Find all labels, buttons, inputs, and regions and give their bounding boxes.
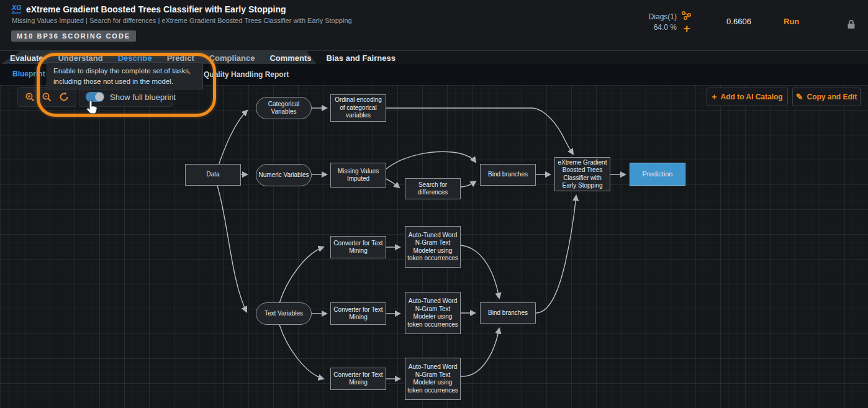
plus-icon: + — [712, 93, 717, 101]
tooltip-caret — [119, 89, 129, 93]
node-ordinal-encoding[interactable]: Ordinal encoding of categorical variable… — [330, 94, 386, 122]
node-converter-text-mining-2[interactable]: Converter for Text Mining — [330, 302, 386, 325]
zoom-out-icon[interactable] — [42, 92, 52, 102]
model-subtitle: Missing Values Imputed | Search for diff… — [12, 17, 352, 24]
lock-icon[interactable] — [847, 19, 856, 29]
show-full-blueprint-toggle[interactable] — [86, 92, 104, 102]
tooltip-text: Enable to display the complete set of ta… — [53, 67, 191, 85]
tab-evaluate[interactable]: Evaluate — [10, 53, 43, 63]
node-converter-text-mining-1[interactable]: Converter for Text Mining — [330, 236, 386, 258]
node-missing-values-imputed[interactable]: Missing Values Imputed — [330, 163, 386, 188]
tab-describe[interactable]: Describe — [118, 53, 152, 63]
node-search-for-differences[interactable]: Search for differences — [405, 178, 461, 199]
node-bind-branches-bottom[interactable]: Bind branches — [480, 302, 536, 324]
node-categorical-variables[interactable]: Categorical Variables — [256, 97, 312, 119]
node-bind-branches-top[interactable]: Bind branches — [480, 164, 536, 186]
zoom-toolbar — [17, 87, 76, 107]
subnav-quality-handling-report[interactable]: Quality Handling Report — [204, 70, 289, 79]
toggle-knob — [95, 93, 104, 101]
pencil-icon: ✎ — [796, 93, 803, 101]
node-text-variables[interactable]: Text Variables — [256, 302, 312, 325]
diags-icons: + — [680, 11, 693, 34]
node-autotuned-ngram-3[interactable]: Auto-Tuned Word N-Gram Text Modeler usin… — [405, 358, 461, 400]
branch-icon[interactable] — [682, 11, 692, 20]
model-badge: M10 BP36 SCORING CODE — [11, 30, 136, 42]
zoom-in-icon[interactable] — [25, 92, 35, 102]
refresh-icon[interactable] — [59, 92, 69, 102]
tab-comments[interactable]: Comments — [269, 53, 311, 63]
node-xgboost-classifier[interactable]: eXtreme Gradient Boosted Trees Classifie… — [554, 157, 610, 191]
app-header: XG Boost eXtreme Gradient Boosted Trees … — [0, 0, 868, 50]
toggle-tooltip: Enable to display the complete set of ta… — [47, 62, 203, 89]
node-data[interactable]: Data — [185, 164, 241, 186]
tab-understand[interactable]: Understand — [58, 53, 102, 63]
tab-bias-and-fairness[interactable]: Bias and Fairness — [327, 53, 396, 63]
add-sample-icon[interactable]: + — [680, 24, 693, 34]
sample-pct[interactable]: 64.0 % — [633, 22, 677, 33]
copy-and-edit-button[interactable]: ✎ Copy and Edit — [792, 88, 861, 106]
run-button[interactable]: Run — [784, 17, 799, 26]
diags-label[interactable]: Diags(1) — [633, 12, 677, 22]
metric-value: 0.6606 — [720, 17, 757, 26]
node-prediction[interactable]: Prediction — [630, 163, 685, 186]
xgboost-logo-icon: XG Boost — [12, 4, 27, 14]
node-autotuned-ngram-1[interactable]: Auto-Tuned Word N-Gram Text Modeler usin… — [405, 226, 461, 268]
diags-info: Diags(1) 64.0 % — [633, 12, 677, 33]
model-title: eXtreme Gradient Boosted Trees Classifie… — [26, 4, 286, 14]
tab-predict[interactable]: Predict — [167, 53, 194, 63]
tab-compliance[interactable]: Compliance — [209, 53, 255, 63]
subnav-blueprint[interactable]: Blueprint — [12, 70, 45, 78]
node-numeric-variables[interactable]: Numeric Variables — [256, 164, 312, 186]
toggle-label: Show full blueprint — [110, 93, 176, 102]
node-autotuned-ngram-2[interactable]: Auto-Tuned Word N-Gram Text Modeler usin… — [405, 292, 461, 334]
node-converter-text-mining-3[interactable]: Converter for Text Mining — [330, 368, 386, 390]
add-to-ai-catalog-button[interactable]: + Add to AI Catalog — [707, 88, 788, 106]
